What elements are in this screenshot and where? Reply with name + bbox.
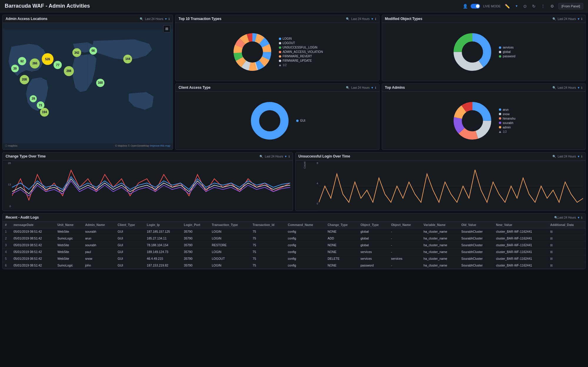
map-time-range: Last 24 Hours	[145, 17, 163, 21]
map-bubble-160[interactable]: 160	[96, 79, 104, 87]
map-filter-icon[interactable]: ▼	[164, 17, 167, 21]
change-info-icon[interactable]: ℹ	[289, 155, 290, 158]
audit-filter-icon[interactable]: ▼	[577, 216, 580, 219]
from-panel-button[interactable]: [From Panel]	[558, 3, 583, 9]
firmware-revert-label: FIRMWARE_REVERT	[283, 55, 312, 58]
admins-info-icon[interactable]: ℹ	[581, 86, 582, 89]
legend-item-himanshu: himanshu	[499, 117, 515, 120]
client-search-icon[interactable]: 🔍	[346, 86, 349, 89]
table-cell: cluster_BAR-WF-1162441	[494, 242, 548, 249]
himanshu-dot	[499, 117, 501, 120]
col-Unit_Name: Unit_Name	[55, 222, 83, 228]
logout-dot	[279, 42, 281, 44]
modified-filter-icon[interactable]: ▼	[577, 17, 580, 21]
table-cell: SourabhCluster	[459, 228, 494, 235]
map-bubble-208[interactable]: 208	[20, 75, 29, 84]
audit-search-icon[interactable]: 🔍	[554, 216, 558, 219]
refresh-icon[interactable]: ↻	[531, 3, 537, 9]
modified-donut-container: services global password	[382, 23, 586, 81]
table-cell: global	[358, 242, 389, 249]
edit-icon[interactable]: ✏️	[504, 3, 511, 9]
settings-icon[interactable]: ⚙	[549, 3, 555, 9]
map-footer: ⬡ mapbox	[5, 144, 18, 147]
map-bubble-266[interactable]: 266	[30, 58, 40, 68]
unsuccessful-info-icon[interactable]: ℹ	[581, 155, 582, 158]
expand-icon[interactable]: ⊞	[548, 235, 585, 242]
table-cell: 75	[250, 262, 286, 269]
map-panel-title: Admin Access Locations	[6, 17, 138, 21]
expand-icon[interactable]: ⊞	[548, 242, 585, 249]
table-row: 205/01/2019 08:51:42SumoLogicarunGUI185.…	[3, 235, 585, 242]
table-cell: 75	[250, 249, 286, 255]
table-cell: -	[389, 228, 421, 235]
admins-search-icon[interactable]: 🔍	[552, 86, 556, 89]
client-filter-icon[interactable]: ▼	[371, 86, 374, 89]
share-icon[interactable]: ⊙	[522, 3, 528, 9]
change-search-icon[interactable]: 🔍	[259, 155, 263, 158]
change-filter-icon[interactable]: ▼	[284, 155, 287, 158]
change-type-body: 26 13 0	[3, 160, 293, 211]
admins-filter-icon[interactable]: ▼	[577, 86, 580, 89]
table-cell: SourabhCluster	[459, 249, 494, 255]
change-chart-area	[12, 162, 290, 211]
map-bubble-39[interactable]: 39	[11, 65, 19, 72]
improve-map-link[interactable]: Improve this map	[150, 144, 170, 147]
table-cell: password	[358, 262, 389, 269]
table-cell: LOGOUT	[209, 255, 250, 262]
expand-icon[interactable]: ⊞	[548, 255, 585, 262]
table-cell: 05/01/2019 08:51:42	[11, 249, 55, 255]
table-cell: GUI	[115, 262, 144, 269]
map-expand-button[interactable]: ⊞	[163, 25, 170, 32]
expand-icon[interactable]: ⊞	[548, 228, 585, 235]
map-bubble-28[interactable]: 28	[30, 95, 37, 102]
mapbox-logo: ⬡ mapbox	[5, 144, 18, 147]
table-cell: LOGIN	[209, 235, 250, 242]
col-Change_Type: Change_Type	[325, 222, 358, 228]
table-cell: config	[286, 262, 325, 269]
transaction-types-panel: Top 10 Transaction Types 🔍 Last 24 Hours…	[175, 15, 379, 81]
unsuccessful-search-icon[interactable]: 🔍	[552, 155, 556, 158]
transaction-info-icon[interactable]: ℹ	[375, 17, 376, 21]
table-cell: cluster_BAR-WF-1162441	[494, 255, 548, 262]
map-bubble-66[interactable]: 66	[89, 47, 97, 55]
table-cell: 187.153.219.82	[144, 262, 181, 269]
expand-icon[interactable]: ⊞	[548, 249, 585, 255]
table-cell: NONE	[325, 242, 358, 249]
right-panels: Modified Object Types 🔍 Last 24 Hours ▼ …	[382, 15, 586, 150]
map-info-icon[interactable]: ℹ	[169, 17, 170, 21]
table-cell: SumoLogic	[55, 235, 83, 242]
transaction-types-header: Top 10 Transaction Types 🔍 Last 24 Hours…	[176, 15, 379, 23]
change-y-max: 26	[5, 162, 11, 165]
audit-info-icon[interactable]: ℹ	[581, 216, 582, 219]
table-cell: SourabhCluster	[459, 262, 494, 269]
transaction-filter-icon[interactable]: ▼	[371, 17, 374, 21]
client-info-icon[interactable]: ℹ	[375, 86, 376, 89]
modified-search-icon[interactable]: 🔍	[552, 17, 556, 21]
map-bubble-144[interactable]: 144	[123, 55, 132, 63]
modified-objects-panel: Modified Object Types 🔍 Last 24 Hours ▼ …	[382, 15, 586, 81]
modified-info-icon[interactable]: ℹ	[581, 17, 582, 21]
unsuccessful-y-nums: 8 4 0	[314, 162, 318, 210]
change-type-panel: Change Type Over Time 🔍 Last 24 Hours ▼ …	[2, 152, 293, 211]
transaction-search-icon[interactable]: 🔍	[346, 17, 349, 21]
map-bubble-288[interactable]: 288	[64, 66, 74, 76]
sourabh-label: sourabh	[503, 121, 513, 125]
unsuccessful-y-min: 0	[314, 202, 318, 205]
global-dot	[499, 51, 501, 53]
map-search-icon[interactable]: 🔍	[140, 17, 143, 21]
more-icon[interactable]: ⋮	[540, 3, 546, 9]
map-bubble-342[interactable]: 342	[72, 48, 81, 57]
table-cell: DELETE	[325, 255, 358, 262]
map-bubble-194[interactable]: 194	[40, 108, 49, 117]
table-cell: paul	[83, 249, 115, 255]
legend-item-more-2[interactable]: 1/2	[499, 130, 515, 133]
table-cell: SourabhCluster	[459, 242, 494, 249]
legend-item-more-1[interactable]: 1/2	[279, 63, 323, 67]
live-mode-toggle[interactable]	[471, 4, 480, 9]
top-admins-title: Top Admins	[385, 86, 551, 90]
admin-label: admin	[503, 126, 511, 129]
expand-icon[interactable]: ⊞	[548, 262, 585, 269]
filter-icon[interactable]: ▼	[514, 4, 519, 8]
unsuccessful-filter-icon[interactable]: ▼	[577, 155, 580, 158]
legend-item-login: LOGIN	[279, 37, 323, 40]
